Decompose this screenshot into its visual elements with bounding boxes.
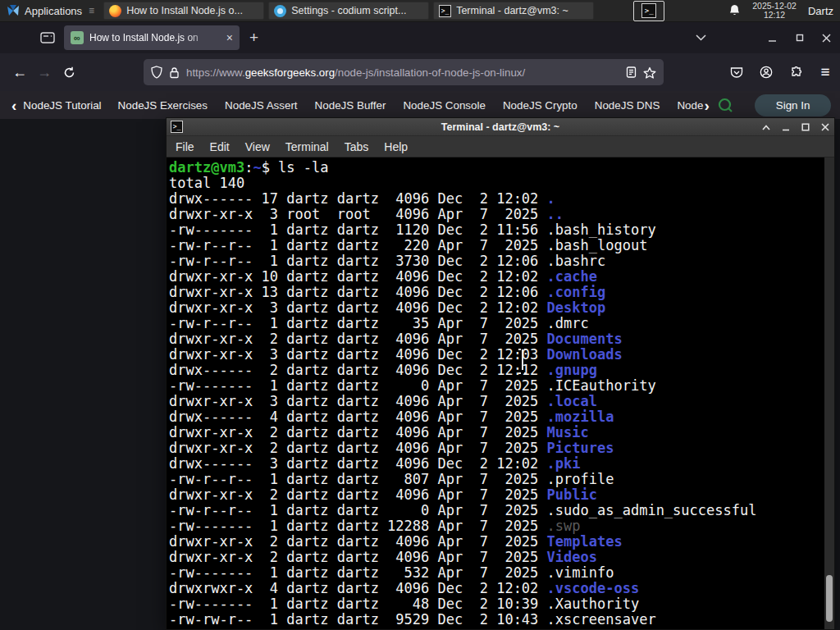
navigation-toolbar: ← → h — [0, 53, 840, 91]
nav-item-nodejs-tutorial[interactable]: NodeJS Tutorial — [23, 99, 101, 112]
terminal-output-row: drwxrwxr-x 4 dartz dartz 4096 Dec 2 12:0… — [169, 581, 823, 596]
extensions-icon[interactable] — [781, 60, 810, 84]
applications-menu-button[interactable]: Applications — [0, 0, 89, 21]
account-icon[interactable] — [751, 60, 781, 84]
panel-clock[interactable]: 2025-12-02 12:12 — [752, 2, 797, 20]
menu-view[interactable]: View — [245, 140, 270, 153]
search-icon[interactable] — [718, 98, 733, 113]
reader-view-icon[interactable] — [626, 66, 637, 78]
file-name: .bash_history — [547, 221, 656, 238]
terminal-output-row: -rw------- 1 dartz dartz 1120 Dec 2 11:5… — [169, 222, 823, 238]
taskbar-button-terminal[interactable]: >_ Terminal - dartz@vm3: ~ — [433, 2, 594, 20]
menu-help[interactable]: Help — [384, 140, 408, 153]
terminal-output-row: drwxr-xr-x 2 dartz dartz 4096 Apr 7 2025… — [169, 425, 823, 441]
nav-item-nodejs-crypto[interactable]: NodeJS Crypto — [503, 99, 578, 112]
lock-icon[interactable] — [169, 66, 180, 79]
terminal-output-row: drwxr-xr-x 3 root root 4096 Apr 7 2025 .… — [169, 207, 823, 222]
minimize-button[interactable] — [780, 122, 791, 133]
terminal-listing: drwx------ 17 dartz dartz 4096 Dec 2 12:… — [169, 191, 823, 628]
terminal-content[interactable]: dartz@vm3:~$ ls -la total 140 drwx------… — [167, 158, 834, 629]
terminal-titlebar[interactable]: >_ Terminal - dartz@vm3: ~ — [167, 118, 834, 136]
restore-button[interactable] — [786, 22, 813, 53]
nav-scroll-right-icon[interactable]: › — [704, 98, 709, 113]
gfg-subnav: ‹ NodeJS Tutorial NodeJS Exercises NodeJ… — [0, 91, 840, 119]
terminal-output-row: drwxr-xr-x 2 dartz dartz 4096 Apr 7 2025… — [169, 331, 823, 347]
new-tab-button[interactable]: + — [249, 29, 258, 47]
terminal-output-row: drwx------ 3 dartz dartz 4096 Dec 2 12:0… — [169, 456, 823, 472]
nav-item-truncated[interactable]: Node — [677, 99, 703, 112]
file-name: .xscreensaver — [547, 611, 656, 628]
terminal-output-row: drwxr-xr-x 2 dartz dartz 4096 Apr 7 2025… — [169, 487, 823, 503]
nav-item-nodejs-console[interactable]: NodeJS Console — [403, 99, 486, 112]
terminal-output-row: -rw------- 1 dartz dartz 12288 Apr 7 202… — [169, 518, 823, 534]
terminal-output-row: drwx------ 17 dartz dartz 4096 Dec 2 12:… — [169, 191, 823, 207]
terminal-total-line: total 140 — [169, 176, 823, 191]
file-name: .config — [547, 284, 606, 300]
nav-item-nodejs-dns[interactable]: NodeJS DNS — [595, 99, 660, 112]
applications-label: Applications — [25, 5, 82, 17]
nav-item-nodejs-exercises[interactable]: NodeJS Exercises — [118, 99, 208, 112]
reload-button[interactable] — [57, 60, 81, 84]
terminal-output-row: drwx------ 2 dartz dartz 4096 Dec 2 12:1… — [169, 363, 823, 378]
terminal-output-row: -rw------- 1 dartz dartz 0 Apr 7 2025 .I… — [169, 378, 823, 394]
nav-item-nodejs-buffer[interactable]: NodeJS Buffer — [315, 99, 386, 112]
file-name: .cache — [547, 268, 597, 285]
terminal-output-row: drwxr-xr-x 10 dartz dartz 4096 Dec 2 12:… — [169, 269, 823, 285]
file-name: .viminfo — [547, 564, 614, 581]
menu-tabs[interactable]: Tabs — [345, 140, 369, 153]
scrollbar-thumb[interactable] — [826, 575, 833, 622]
url-bar[interactable]: https://www.geeksforgeeks.org/node-js/in… — [144, 59, 664, 85]
file-name: Documents — [547, 331, 623, 347]
close-button[interactable] — [819, 122, 830, 133]
xfce-logo-icon — [7, 4, 20, 17]
terminal-output-row: drwxr-xr-x 2 dartz dartz 4096 Apr 7 2025… — [169, 534, 823, 550]
clock-time: 12:12 — [752, 11, 797, 20]
file-name: .bashrc — [547, 253, 606, 269]
terminal-output-row: drwxr-xr-x 3 dartz dartz 4096 Dec 2 12:0… — [169, 347, 823, 363]
file-name: .profile — [547, 471, 614, 487]
url-scheme: https://www. — [186, 66, 245, 79]
nav-scroll-left-icon[interactable]: ‹ — [11, 98, 16, 113]
shield-icon[interactable] — [151, 66, 162, 79]
menu-terminal[interactable]: Terminal — [285, 140, 329, 153]
terminal-output-row: -rw-r--r-- 1 dartz dartz 807 Apr 7 2025 … — [169, 472, 823, 487]
firefox-icon — [109, 5, 121, 17]
maximize-button[interactable] — [800, 122, 810, 133]
user-menu[interactable]: Dartz — [808, 5, 833, 17]
menu-file[interactable]: File — [176, 140, 194, 153]
tab-close-icon[interactable]: × — [226, 32, 233, 43]
tab-title: How to Install Node.js on — [89, 32, 221, 43]
menu-edit[interactable]: Edit — [210, 140, 230, 153]
terminal-menubar: File Edit View Terminal Tabs Help — [167, 136, 834, 158]
terminal-output-row: -rw-rw-r-- 1 dartz dartz 9529 Dec 2 10:4… — [169, 612, 823, 628]
back-button[interactable]: ← — [7, 60, 32, 84]
terminal-launcher-icon[interactable]: >_ — [633, 1, 664, 21]
minimize-button[interactable] — [759, 22, 786, 53]
taskbar-button-firefox[interactable]: How to Install Node.js o... — [103, 2, 264, 20]
nav-item-nodejs-assert[interactable]: NodeJS Assert — [225, 99, 298, 112]
list-all-tabs-chevron-icon[interactable] — [687, 22, 714, 53]
file-name: .mozilla — [547, 409, 614, 425]
notifications-bell-icon[interactable] — [728, 4, 741, 17]
forward-button[interactable]: → — [32, 60, 57, 84]
bookmark-star-icon[interactable] — [643, 66, 656, 79]
close-button[interactable] — [813, 22, 840, 53]
prompt-command: $ ls -la — [262, 159, 329, 176]
terminal-output-row: -rw-r--r-- 1 dartz dartz 35 Apr 7 2025 .… — [169, 316, 823, 331]
terminal-output-row: -rw-r--r-- 1 dartz dartz 3730 Dec 2 12:0… — [169, 253, 823, 269]
terminal-icon: >_ — [641, 3, 656, 18]
taskbar-label: Terminal - dartz@vm3: ~ — [456, 5, 568, 16]
browser-tab-active[interactable]: ∞ How to Install Node.js on × — [64, 25, 240, 50]
terminal-output-row: drwxr-xr-x 2 dartz dartz 4096 Apr 7 2025… — [169, 550, 823, 565]
shade-button[interactable] — [760, 122, 771, 133]
menu-hamburger-icon[interactable]: ≡ — [810, 60, 840, 84]
url-domain: geeksforgeeks.org — [245, 66, 335, 79]
sign-in-button[interactable]: Sign In — [755, 94, 832, 116]
taskbar-label: How to Install Node.js o... — [126, 5, 243, 16]
file-name: .local — [547, 393, 597, 409]
pocket-icon[interactable] — [722, 60, 751, 84]
taskbar-button-vscodium[interactable]: Settings - codium script... — [268, 2, 429, 20]
firefox-view-button[interactable] — [36, 27, 59, 48]
terminal-scrollbar[interactable] — [824, 158, 834, 629]
terminal-title: Terminal - dartz@vm3: ~ — [167, 121, 834, 133]
